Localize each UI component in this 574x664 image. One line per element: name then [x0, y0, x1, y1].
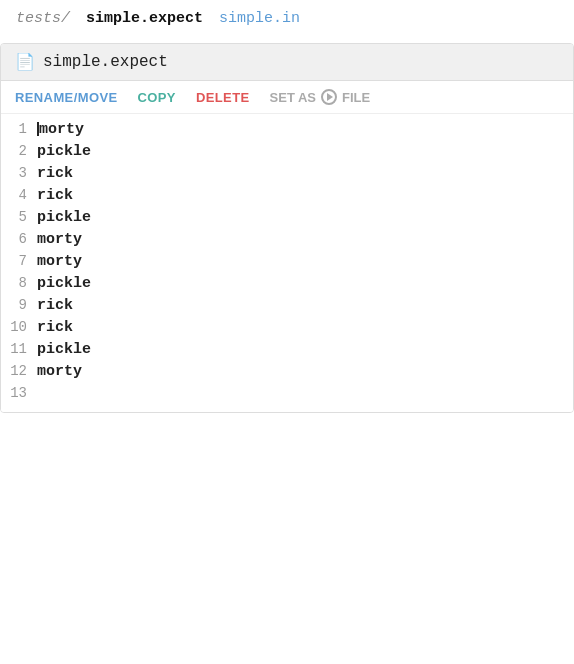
line-number-13: 13: [1, 385, 37, 401]
line-number-7: 7: [1, 253, 37, 269]
line-content-1: morty: [37, 121, 84, 138]
line-content-10: rick: [37, 319, 73, 336]
code-line-6: 6morty: [1, 230, 573, 252]
line-number-2: 2: [1, 143, 37, 159]
code-area: 1morty2pickle3rick4rick5pickle6morty7mor…: [1, 114, 573, 412]
code-line-9: 9rick: [1, 296, 573, 318]
code-line-5: 5pickle: [1, 208, 573, 230]
line-content-9: rick: [37, 297, 73, 314]
line-content-5: pickle: [37, 209, 91, 226]
delete-button[interactable]: DELETE: [196, 90, 250, 105]
play-icon: [321, 89, 337, 105]
code-line-12: 12morty: [1, 362, 573, 384]
file-label: FILE: [342, 90, 370, 105]
line-content-8: pickle: [37, 275, 91, 292]
rename-move-button[interactable]: RENAME/MOVE: [15, 90, 118, 105]
line-number-3: 3: [1, 165, 37, 181]
code-line-11: 11pickle: [1, 340, 573, 362]
line-content-2: pickle: [37, 143, 91, 160]
code-line-3: 3rick: [1, 164, 573, 186]
code-line-8: 8pickle: [1, 274, 573, 296]
tab-tests[interactable]: tests/: [16, 10, 70, 33]
code-line-10: 10rick: [1, 318, 573, 340]
line-content-7: morty: [37, 253, 82, 270]
line-number-5: 5: [1, 209, 37, 225]
file-panel: 📄 simple.expect RENAME/MOVE COPY DELETE …: [0, 43, 574, 413]
code-line-1: 1morty: [1, 120, 573, 142]
code-line-13: 13: [1, 384, 573, 406]
line-number-6: 6: [1, 231, 37, 247]
set-as-label: SET AS: [270, 90, 316, 105]
line-content-11: pickle: [37, 341, 91, 358]
line-number-11: 11: [1, 341, 37, 357]
tab-simple-in[interactable]: simple.in: [219, 10, 300, 33]
code-line-2: 2pickle: [1, 142, 573, 164]
file-icon: 📄: [15, 52, 35, 72]
tab-bar: tests/ simple.expect simple.in: [0, 0, 574, 33]
toolbar: RENAME/MOVE COPY DELETE SET AS FILE: [1, 81, 573, 114]
copy-button[interactable]: COPY: [138, 90, 176, 105]
code-line-7: 7morty: [1, 252, 573, 274]
file-name: simple.expect: [43, 53, 168, 71]
line-content-3: rick: [37, 165, 73, 182]
tab-simple-expect[interactable]: simple.expect: [86, 10, 203, 33]
line-number-10: 10: [1, 319, 37, 335]
set-as-group: SET AS FILE: [270, 89, 371, 105]
line-content-4: rick: [37, 187, 73, 204]
file-header: 📄 simple.expect: [1, 44, 573, 81]
line-content-6: morty: [37, 231, 82, 248]
code-line-4: 4rick: [1, 186, 573, 208]
line-content-12: morty: [37, 363, 82, 380]
line-number-9: 9: [1, 297, 37, 313]
line-number-4: 4: [1, 187, 37, 203]
line-number-12: 12: [1, 363, 37, 379]
line-number-8: 8: [1, 275, 37, 291]
line-number-1: 1: [1, 121, 37, 137]
